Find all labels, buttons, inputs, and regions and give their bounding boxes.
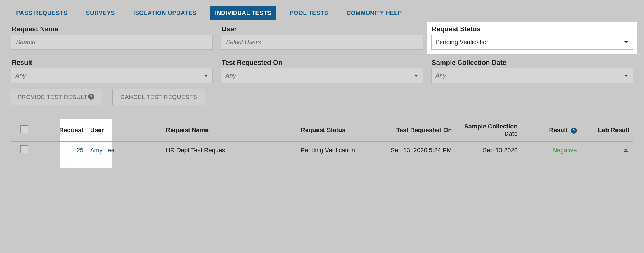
filter-test-requested-on: Test Requested On Any [221, 59, 423, 83]
filter-user: User [221, 25, 423, 54]
filter-label-user: User [222, 25, 423, 33]
cell-sample-collection-date: Sep 13 2020 [455, 142, 521, 159]
tab-individual-tests[interactable]: INDIVIDUAL TESTS [210, 6, 276, 20]
cell-user: Amy Lee [87, 142, 163, 159]
cell-request-name: HR Dept Test Request [162, 142, 297, 159]
request-status-value: Pending Verification [435, 39, 490, 46]
tab-isolation-updates[interactable]: ISOLATION UPDATES [128, 6, 202, 20]
filter-label-status: Request Status [432, 25, 633, 33]
col-header-lab-result[interactable]: Lab Result [580, 119, 633, 142]
provide-test-result-label: PROVIDE TEST RESULT [18, 94, 87, 100]
col-header-request-name[interactable]: Request Name [162, 119, 297, 142]
cancel-test-requests-label: CANCEL TEST REQUESTS [120, 94, 197, 100]
filter-result: Result Any [11, 59, 213, 83]
download-icon[interactable] [622, 146, 629, 155]
chevron-down-icon [624, 75, 628, 77]
col-header-test-requested-on[interactable]: Test Requested On [380, 119, 455, 142]
table-row: 25 Amy Lee HR Dept Test Request Pending … [11, 142, 633, 159]
cancel-test-requests-button[interactable]: CANCEL TEST REQUESTS [112, 89, 205, 105]
provide-test-result-button[interactable]: PROVIDE TEST RESULT? [10, 89, 102, 105]
select-all-checkbox[interactable] [20, 125, 28, 133]
result-value: Negative [553, 147, 577, 154]
scd-value: Any [435, 72, 446, 79]
cell-request-status: Pending Verification [297, 142, 380, 159]
results-table-wrap: Request User Request Name Request Status… [11, 119, 633, 159]
tron-value: Any [225, 72, 236, 79]
cell-request: 25 [37, 142, 87, 159]
tab-pool-tests[interactable]: POOL TESTS [285, 6, 333, 20]
col-header-checkbox [11, 119, 37, 142]
filter-label-scd: Sample Collection Date [432, 59, 633, 66]
filter-request-name: Request Name [11, 25, 213, 54]
user-field[interactable] [221, 35, 423, 50]
chevron-down-icon [414, 75, 418, 77]
results-table: Request User Request Name Request Status… [11, 119, 633, 159]
request-status-select[interactable]: Pending Verification [431, 35, 633, 50]
help-icon[interactable]: ? [571, 128, 577, 134]
request-link[interactable]: 25 [77, 147, 83, 154]
cell-lab-result [580, 142, 633, 159]
cell-result: Negative [521, 142, 580, 159]
cell-test-requested-on: Sep 13, 2020 5:24 PM [380, 142, 455, 159]
user-input[interactable] [225, 38, 418, 46]
actions-row: PROVIDE TEST RESULT? CANCEL TEST REQUEST… [10, 89, 633, 105]
sample-collection-select[interactable]: Any [431, 68, 633, 83]
filter-label-tron: Test Requested On [222, 59, 423, 66]
col-header-sample-collection-date[interactable]: Sample Collection Date [455, 119, 521, 142]
request-name-field[interactable] [11, 35, 213, 50]
filter-label-request-name: Request Name [12, 25, 213, 33]
table-header-row: Request User Request Name Request Status… [11, 119, 633, 142]
chevron-down-icon [204, 75, 208, 77]
row-checkbox-cell [11, 142, 37, 159]
test-requested-on-select[interactable]: Any [221, 68, 423, 83]
row-checkbox[interactable] [20, 145, 28, 153]
col-header-request-status[interactable]: Request Status [297, 119, 380, 142]
filters-row-1: Request Name User Request Status Pending… [11, 25, 633, 54]
tab-community-help[interactable]: COMMUNITY HELP [342, 6, 407, 20]
filter-sample-collection-date: Sample Collection Date Any [431, 59, 633, 83]
request-name-input[interactable] [15, 38, 209, 46]
col-header-user[interactable]: User [87, 119, 163, 142]
col-header-result[interactable]: Result ? [521, 119, 580, 142]
user-link[interactable]: Amy Lee [90, 147, 115, 154]
tabs: PASS REQUESTS SURVEYS ISOLATION UPDATES … [11, 6, 633, 20]
tab-pass-requests[interactable]: PASS REQUESTS [11, 6, 72, 20]
filter-label-result: Result [12, 59, 213, 66]
filter-request-status: Request Status Pending Verification [427, 22, 637, 54]
col-header-request[interactable]: Request [37, 119, 87, 142]
col-header-result-label: Result [549, 126, 568, 133]
result-select[interactable]: Any [11, 68, 213, 83]
result-value: Any [15, 72, 26, 79]
filters-row-2: Result Any Test Requested On Any Sample … [11, 59, 633, 83]
tab-surveys[interactable]: SURVEYS [81, 6, 120, 20]
help-icon: ? [88, 94, 94, 100]
chevron-down-icon [624, 41, 628, 43]
